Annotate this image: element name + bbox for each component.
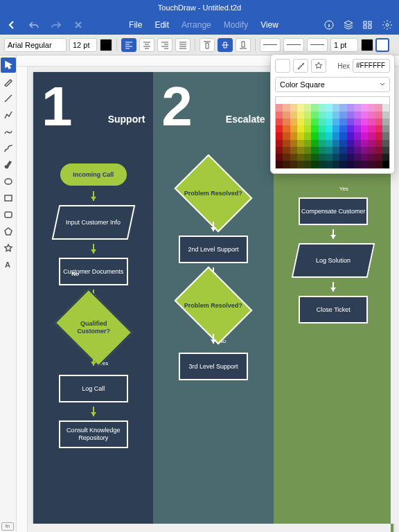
color-cell[interactable] — [382, 147, 389, 154]
color-cell[interactable] — [276, 147, 283, 154]
color-cell[interactable] — [297, 147, 304, 154]
shape-decision[interactable]: Problem Resolved? Yes — [174, 266, 252, 344]
color-cell[interactable] — [290, 154, 297, 161]
color-cell[interactable] — [368, 161, 375, 168]
menu-arrange[interactable]: Arrange — [181, 20, 211, 30]
text-tool[interactable]: A — [1, 257, 16, 272]
color-cell[interactable] — [297, 118, 304, 125]
color-cell[interactable] — [276, 132, 283, 139]
layers-icon[interactable] — [342, 19, 355, 31]
color-cell[interactable] — [332, 97, 339, 104]
color-cell[interactable] — [368, 97, 375, 104]
color-cell[interactable] — [347, 125, 354, 132]
undo-icon[interactable] — [28, 19, 40, 31]
color-cell[interactable] — [319, 97, 326, 104]
color-cell[interactable] — [319, 118, 326, 125]
font-size-select[interactable]: 12 pt — [69, 38, 97, 52]
color-cell[interactable] — [361, 161, 368, 168]
color-cell[interactable] — [311, 132, 318, 139]
align-right-button[interactable] — [157, 38, 172, 52]
color-cell[interactable] — [311, 104, 318, 111]
color-cell[interactable] — [290, 147, 297, 154]
color-cell[interactable] — [332, 125, 339, 132]
color-cell[interactable] — [326, 125, 332, 132]
color-cell[interactable] — [347, 154, 354, 161]
color-cell[interactable] — [290, 112, 297, 118]
color-cell[interactable] — [290, 140, 297, 147]
color-cell[interactable] — [304, 154, 311, 161]
color-cell[interactable] — [354, 97, 361, 104]
color-cell[interactable] — [368, 118, 375, 125]
color-cell[interactable] — [297, 97, 304, 104]
color-cell[interactable] — [347, 161, 354, 168]
color-cell[interactable] — [283, 112, 290, 118]
shape-data[interactable]: Log Solution — [292, 243, 375, 278]
color-cell[interactable] — [319, 125, 326, 132]
color-cell[interactable] — [354, 154, 361, 161]
color-cell[interactable] — [361, 125, 368, 132]
color-cell[interactable] — [354, 104, 361, 111]
path-tool[interactable] — [1, 124, 16, 139]
color-cell[interactable] — [361, 104, 368, 111]
valign-bottom-button[interactable] — [236, 38, 251, 52]
color-cell[interactable] — [283, 140, 290, 147]
back-icon[interactable] — [6, 19, 18, 31]
color-cell[interactable] — [319, 132, 326, 139]
stroke-width-input[interactable]: 1 pt — [330, 38, 358, 52]
shape-terminator[interactable]: Incoming Call — [59, 162, 128, 187]
stroke-color-swatch[interactable] — [361, 39, 373, 51]
color-cell[interactable] — [304, 118, 311, 125]
color-cell[interactable] — [382, 125, 389, 132]
color-cell[interactable] — [311, 125, 318, 132]
shape-process[interactable]: Compensate Customer — [299, 197, 368, 225]
fill-color-swatch[interactable] — [376, 39, 389, 51]
color-cell[interactable] — [347, 97, 354, 104]
color-cell[interactable] — [283, 161, 290, 168]
star-tool[interactable] — [1, 240, 16, 256]
color-cell[interactable] — [304, 97, 311, 104]
color-cell[interactable] — [361, 112, 368, 118]
color-cell[interactable] — [326, 104, 332, 111]
color-cell[interactable] — [276, 104, 283, 111]
favorite-icon[interactable] — [311, 59, 326, 73]
color-cell[interactable] — [297, 104, 304, 111]
color-cell[interactable] — [339, 140, 346, 147]
shape-process[interactable]: Close Ticket — [299, 296, 368, 323]
color-cell[interactable] — [354, 118, 361, 125]
shape-process[interactable]: 2nd Level Support — [179, 236, 248, 263]
color-cell[interactable] — [339, 104, 346, 111]
shape-decision[interactable]: Problem Resolved? — [174, 154, 252, 232]
color-cell[interactable] — [304, 140, 311, 147]
color-cell[interactable] — [311, 147, 318, 154]
color-cell[interactable] — [290, 97, 297, 104]
color-cell[interactable] — [311, 154, 318, 161]
color-cell[interactable] — [326, 132, 332, 139]
color-cell[interactable] — [276, 161, 283, 168]
color-cell[interactable] — [382, 140, 389, 147]
color-cell[interactable] — [304, 112, 311, 118]
color-cell[interactable] — [283, 104, 290, 111]
color-cell[interactable] — [290, 132, 297, 139]
color-cell[interactable] — [304, 104, 311, 111]
color-cell[interactable] — [347, 147, 354, 154]
color-cell[interactable] — [304, 125, 311, 132]
eyedropper-icon[interactable] — [293, 59, 308, 73]
color-cell[interactable] — [361, 118, 368, 125]
color-cell[interactable] — [297, 112, 304, 118]
color-grid[interactable] — [275, 96, 390, 169]
color-cell[interactable] — [283, 97, 290, 104]
color-cell[interactable] — [297, 161, 304, 168]
color-cell[interactable] — [375, 118, 382, 125]
color-cell[interactable] — [332, 147, 339, 154]
color-cell[interactable] — [361, 97, 368, 104]
color-cell[interactable] — [304, 147, 311, 154]
line-end-style[interactable] — [307, 38, 328, 52]
color-cell[interactable] — [319, 104, 326, 111]
brush-tool[interactable] — [1, 157, 16, 172]
valign-top-button[interactable] — [200, 38, 215, 52]
color-cell[interactable] — [283, 118, 290, 125]
color-cell[interactable] — [276, 112, 283, 118]
line-tool[interactable] — [1, 91, 16, 106]
shape-process[interactable]: Customer Documents — [59, 258, 128, 285]
color-cell[interactable] — [375, 112, 382, 118]
